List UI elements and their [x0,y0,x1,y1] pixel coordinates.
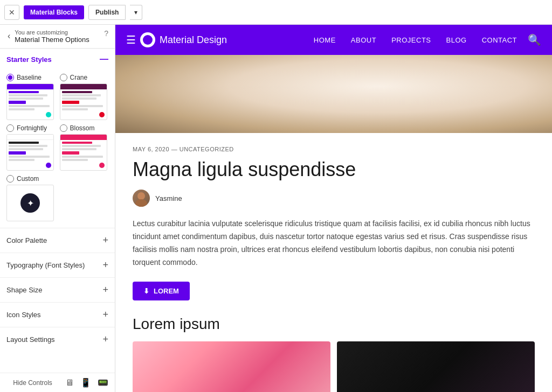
style-option-custom: Custom ✦ [6,175,108,221]
cherry-image [133,341,330,392]
style-option-fortnightly: Fortnightly [6,124,56,171]
back-button[interactable]: ‹ [6,30,11,42]
post-body: Lectus curabitur lacinia vulputate scele… [133,218,535,269]
sidebar-header: ‹ You are customizing Material Theme Opt… [0,25,115,48]
site-title: Material Design [160,34,227,46]
site-nav: ☰ Material Design HOME ABOUT PROJECTS BL… [115,25,552,55]
cta-button[interactable]: ⬇ LOREM [133,282,190,300]
cta-icon: ⬇ [143,287,149,295]
avatar-image [133,190,150,207]
tablet-device-button[interactable]: 📱 [80,377,91,388]
color-palette-section: Color Palette + [0,228,115,253]
hero-image [115,55,552,133]
blossom-preview[interactable] [60,134,107,171]
fortnightly-preview[interactable] [6,134,54,171]
close-button[interactable]: ✕ [4,5,19,20]
layout-settings-section: Layout Settings + [0,327,115,352]
nav-projects[interactable]: PROJECTS [391,36,431,44]
nav-blog[interactable]: BLOG [446,36,467,44]
layout-settings-header[interactable]: Layout Settings + [0,327,115,352]
fortnightly-text: Fortnightly [17,124,47,132]
blossom-label[interactable]: Blossom [60,124,109,132]
crane-radio[interactable] [60,74,67,81]
mobile-device-button[interactable]: 📟 [98,377,108,388]
sidebar: ‹ You are customizing Material Theme Opt… [0,25,115,392]
website-preview: ☰ Material Design HOME ABOUT PROJECTS BL… [115,25,552,392]
crane-preview[interactable] [60,83,107,120]
shape-size-header[interactable]: Shape Size + [0,278,115,302]
typography-expand-icon: + [102,260,108,271]
color-palette-label: Color Palette [6,236,47,244]
nav-contact[interactable]: CONTACT [482,36,517,44]
nav-logo-inner [143,35,153,45]
fortnightly-label[interactable]: Fortnightly [6,124,56,132]
nav-home[interactable]: HOME [314,36,336,44]
starter-styles-section: Starter Styles — Baseline [0,48,115,228]
lorem-title: Lorem ipsum [133,316,535,333]
avatar [133,190,150,207]
style-grid: Baseline [6,74,108,171]
baseline-preview[interactable] [6,83,54,120]
custom-icon: ✦ [20,193,40,213]
shape-size-expand-icon: + [102,284,108,296]
color-palette-expand-icon: + [102,235,108,246]
author-row: Yasmine [133,190,535,207]
icon-styles-label: Icon Styles [6,311,41,319]
crane-label[interactable]: Crane [60,74,109,81]
nav-logo-circle [140,32,155,47]
icon-styles-header[interactable]: Icon Styles + [0,303,115,327]
starter-styles-header[interactable]: Starter Styles — [0,49,115,69]
customizing-label: You are customizing [15,29,89,36]
icon-styles-section: Icon Styles + [0,302,115,327]
help-icon[interactable]: ? [104,29,108,38]
custom-text: Custom [17,175,39,183]
style-option-baseline: Baseline [6,74,56,120]
bottom-controls: Hide Controls 🖥 📱 📟 [0,373,115,392]
layout-settings-expand-icon: + [102,334,108,345]
publish-button[interactable]: Publish [88,5,126,20]
hide-controls-button[interactable]: Hide Controls [6,379,59,387]
custom-label[interactable]: Custom [6,175,108,183]
style-option-crane: Crane [60,74,109,120]
custom-preview[interactable]: ✦ [6,185,54,221]
menu-icon[interactable]: ☰ [126,33,136,46]
image-grid [133,341,535,392]
shape-size-section: Shape Size + [0,277,115,302]
baseline-radio[interactable] [6,74,14,81]
style-option-blossom: Blossom [60,124,109,171]
svg-point-1 [135,199,147,207]
site-nav-links: HOME ABOUT PROJECTS BLOG CONTACT [314,36,517,44]
svg-point-0 [137,192,145,200]
custom-radio[interactable] [6,175,14,183]
desktop-device-button[interactable]: 🖥 [65,378,74,388]
icon-styles-expand-icon: + [102,309,108,320]
cta-label: LOREM [154,287,179,295]
typography-label: Typography (Font Styles) [6,261,85,269]
color-palette-header[interactable]: Color Palette + [0,228,115,253]
crane-text: Crane [70,74,88,81]
typography-header[interactable]: Typography (Font Styles) + [0,253,115,277]
typography-section: Typography (Font Styles) + [0,253,115,277]
main-layout: ‹ You are customizing Material Theme Opt… [0,25,552,392]
fortnightly-radio[interactable] [6,124,14,132]
nav-about[interactable]: ABOUT [351,36,376,44]
shape-size-label: Shape Size [6,286,43,294]
customizing-info: You are customizing Material Theme Optio… [15,29,89,44]
collapse-icon: — [100,54,108,64]
preview-area: ☰ Material Design HOME ABOUT PROJECTS BL… [115,25,552,392]
baseline-label[interactable]: Baseline [6,74,56,81]
post-meta: MAY 6, 2020 — UNCATEGORIZED [133,146,535,152]
blossom-radio[interactable] [60,124,67,132]
search-icon[interactable]: 🔍 [528,33,541,46]
dark-image [337,341,535,392]
publish-settings-button[interactable]: ▾ [130,5,142,20]
author-name: Yasmine [155,194,182,202]
hero-flower [115,55,552,133]
layout-settings-label: Layout Settings [6,335,55,344]
hide-controls-label: Hide Controls [13,379,52,387]
top-toolbar: ✕ Material Blocks Publish ▾ [0,0,552,25]
material-blocks-button[interactable]: Material Blocks [24,5,84,19]
blossom-text: Blossom [70,124,95,132]
customizing-title: Material Theme Options [15,36,89,44]
post-title: Magna ligula suspendisse [133,158,535,181]
